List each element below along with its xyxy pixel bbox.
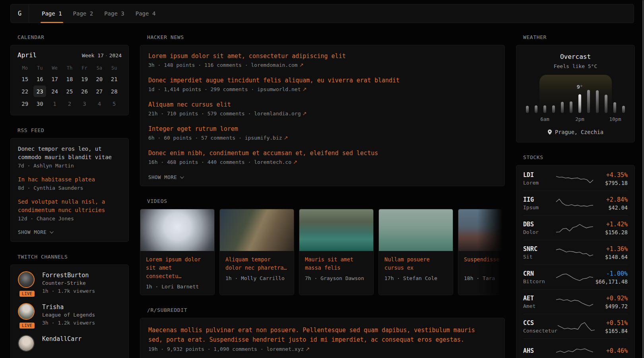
rss-item-title[interactable]: In hac habitasse platea <box>18 175 121 184</box>
weather-section: WEATHER Overcast Feels like 5°C 9° 6am2p… <box>516 34 635 142</box>
stock-name: Bitcorn <box>523 278 556 284</box>
weather-bar <box>535 105 537 113</box>
twitch-avatar[interactable] <box>18 335 35 352</box>
twitch-widget: LIVE ForrestBurton Counter-Strike 1h · 1… <box>10 265 129 358</box>
weather-bar <box>596 90 599 113</box>
live-badge: LIVE <box>19 290 35 298</box>
hn-show-more-label: SHOW MORE <box>148 174 177 180</box>
reddit-post-meta[interactable]: 19h · 9,932 points · 1,090 comments · lo… <box>148 346 497 352</box>
hn-item-meta[interactable]: 3h · 148 points · 116 comments · loremdo… <box>148 62 497 68</box>
rss-section-title: RSS FEED <box>17 127 129 133</box>
weather-chart-bars <box>526 90 625 113</box>
hn-item: Donec imperdiet augue tincidunt felis al… <box>148 76 497 92</box>
reddit-post: Maecenas mollis pulvinar erat non posuer… <box>148 325 497 352</box>
hn-show-more-button[interactable]: SHOW MORE <box>148 174 183 180</box>
hn-item-title[interactable]: Integer eget rutrum lorem <box>148 125 497 133</box>
stock-ticker[interactable]: IIG <box>523 196 556 203</box>
calendar-widget: April Week 17·2024 MoTuWeThFrSaSu1516171… <box>10 45 129 115</box>
video-thumbnail[interactable] <box>220 209 294 251</box>
twitch-avatar[interactable] <box>18 303 35 320</box>
tab-page-2[interactable]: Page 2 <box>68 4 99 23</box>
video-title[interactable]: Nullam posuere cursus ex <box>379 251 453 272</box>
video-title[interactable]: Aliquam tempor dolor nec pharetra… <box>220 251 294 272</box>
stock-ticker[interactable]: AET <box>523 295 556 302</box>
rss-item-title[interactable]: Donec tempor eros leo, ut commodo mauris… <box>18 145 121 161</box>
hn-item-meta[interactable]: 16h · 468 points · 440 comments · loremt… <box>148 159 497 165</box>
video-meta: 1h · Molly Carrillo <box>220 272 294 286</box>
stock-row: CRN Bitcorn -1.00% $66,171.48 <box>523 265 628 289</box>
stock-values: +0.51% $165.84 <box>595 319 628 334</box>
stock-name: Lorem <box>523 180 556 186</box>
stock-ticker[interactable]: DBS <box>523 221 556 228</box>
hn-item-meta[interactable]: 1d · 1,414 points · 299 comments · ipsum… <box>148 86 497 92</box>
weather-bar <box>570 101 572 113</box>
twitch-channel-name[interactable]: ForrestBurton <box>42 271 95 279</box>
stock-price: $156.28 <box>594 229 628 235</box>
video-thumbnail[interactable] <box>299 209 373 251</box>
weather-bar-current <box>578 94 581 113</box>
page-scrollbar[interactable] <box>642 0 644 358</box>
twitch-channel-name[interactable]: Trisha <box>42 303 95 311</box>
stock-ticker[interactable]: LDI <box>523 171 556 179</box>
twitch-channel-info: ForrestBurton Counter-Strike 1h · 1.7k v… <box>42 271 95 295</box>
hn-item-title[interactable]: Aliquam nec cursus elit <box>148 101 497 109</box>
app-logo[interactable]: G <box>11 4 29 23</box>
rss-item-title[interactable]: Sed volutpat nulla nisl, a condimentum n… <box>18 198 121 214</box>
external-link-icon: ↗ <box>301 111 307 117</box>
stock-ticker[interactable]: CRN <box>523 270 556 277</box>
video-card: Suspendisse diam 18h · Tara <box>458 209 505 295</box>
video-thumbnail[interactable] <box>140 209 214 251</box>
videos-carousel: Lorem ipsum dolor sit amet consectetu… 1… <box>140 209 505 295</box>
calendar-day: 28 <box>107 85 122 97</box>
twitch-channel-game: Counter-Strike <box>42 279 95 287</box>
stock-ticker[interactable]: SNRC <box>523 245 556 253</box>
stock-ticker[interactable]: CCS <box>523 319 557 327</box>
video-title[interactable]: Lorem ipsum dolor sit amet consectetu… <box>140 251 214 280</box>
left-column: CALENDAR April Week 17·2024 MoTuWeThFrSa… <box>10 34 129 358</box>
calendar-day: 25 <box>62 85 77 97</box>
hn-item-meta[interactable]: 21h · 710 points · 579 comments · loreml… <box>148 111 497 117</box>
video-thumbnail[interactable] <box>379 209 453 251</box>
twitch-channel-info: KendallCarr <box>42 335 81 352</box>
twitch-channel-game: League of Legends <box>42 311 95 319</box>
stock-change: -1.00% <box>594 270 628 277</box>
stock-id: LDI Lorem <box>523 171 556 186</box>
stock-ticker[interactable]: AHS <box>523 347 556 354</box>
calendar-day: 24 <box>47 85 62 97</box>
video-thumbnail[interactable] <box>458 209 505 251</box>
hn-item-meta-text: 16h · 468 points · 440 comments · loremt… <box>148 159 291 165</box>
hn-item-title[interactable]: Lorem ipsum dolor sit amet, consectetur … <box>148 52 497 60</box>
stock-price: $499.72 <box>594 303 628 309</box>
video-title[interactable]: Mauris sit amet massa felis <box>299 251 373 272</box>
weather-bar <box>552 105 555 113</box>
hn-item-title[interactable]: Donec enim nibh, condimentum et accumsan… <box>148 149 497 158</box>
tab-page-4[interactable]: Page 4 <box>130 4 161 23</box>
stock-change: +0.92% <box>594 295 628 302</box>
tab-page-1[interactable]: Page 1 <box>36 4 68 23</box>
hn-item-meta-text: 3h · 148 points · 116 comments · loremdo… <box>148 62 298 68</box>
dashboard-page: G Page 1 Page 2 Page 3 Page 4 CALENDAR A… <box>0 0 644 358</box>
calendar-grid: MoTuWeThFrSaSu15161718192021222324252627… <box>17 63 122 110</box>
external-link-icon: ↗ <box>301 86 307 92</box>
stock-values: +0.92% $499.72 <box>594 295 628 309</box>
tab-page-3[interactable]: Page 3 <box>99 4 130 23</box>
rss-section: RSS FEED Donec tempor eros leo, ut commo… <box>10 127 129 242</box>
hn-item-meta[interactable]: 6h · 60 points · 57 comments · ipsumify.… <box>148 135 497 141</box>
rss-show-more-button[interactable]: SHOW MORE <box>18 229 52 235</box>
twitch-channel-name[interactable]: KendallCarr <box>42 335 81 343</box>
reddit-post-meta-text: 19h · 9,932 points · 1,090 comments · lo… <box>148 346 304 352</box>
hn-item-title[interactable]: Donec imperdiet augue tincidunt felis al… <box>148 76 497 85</box>
weather-location: Prague, Czechia <box>524 129 627 135</box>
weather-bar <box>526 106 529 113</box>
stock-change: +4.35% <box>594 171 628 179</box>
weather-bar <box>622 106 625 113</box>
hn-item-meta-text: 21h · 710 points · 579 comments · loreml… <box>148 111 301 117</box>
rss-show-more-label: SHOW MORE <box>18 229 47 235</box>
video-title[interactable]: Suspendisse diam <box>458 251 505 272</box>
twitch-avatar[interactable] <box>18 271 35 288</box>
reddit-post-title[interactable]: Maecenas mollis pulvinar erat non posuer… <box>148 325 486 344</box>
stock-sparkline <box>556 245 594 260</box>
stocks-section: STOCKS LDI Lorem +4.35% $795.18 <box>516 154 635 358</box>
hn-item-meta-text: 1d · 1,414 points · 299 comments · ipsum… <box>148 86 301 92</box>
calendar-day: 2 <box>62 97 77 110</box>
